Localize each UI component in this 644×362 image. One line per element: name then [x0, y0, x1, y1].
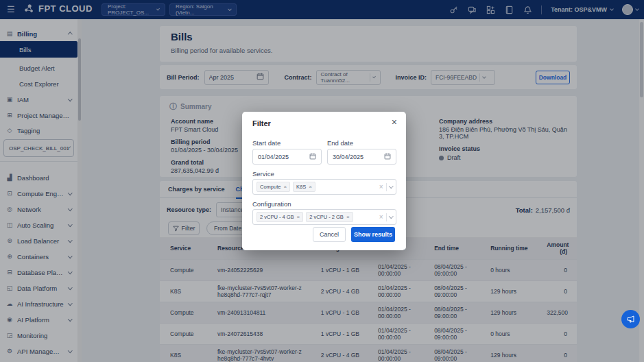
configuration-multiselect[interactable]: 2 vCPU - 4 GB × 2 vCPU - 2 GB × ×: [252, 209, 396, 225]
service-multiselect[interactable]: Compute × K8S × ×: [252, 179, 396, 195]
close-icon[interactable]: ×: [392, 117, 397, 128]
service-label: Service: [252, 170, 274, 178]
app-screen: ☰ FPT CLOUD Project: PROJECT_OS... Regio…: [0, 0, 644, 362]
service-tag: Compute ×: [257, 182, 290, 192]
remove-tag-icon[interactable]: ×: [297, 214, 300, 220]
remove-tag-icon[interactable]: ×: [346, 214, 350, 220]
cancel-button[interactable]: Cancel: [313, 227, 346, 242]
calendar-icon[interactable]: [309, 153, 316, 161]
modal-title: Filter: [252, 119, 271, 128]
end-date-label: End date: [327, 139, 353, 147]
megaphone-icon: [626, 315, 635, 324]
remove-tag-icon[interactable]: ×: [283, 184, 287, 190]
start-date-input[interactable]: 01/04/2025: [252, 149, 322, 165]
select-divider: [386, 183, 387, 191]
end-date-input[interactable]: 30/04/2025: [327, 149, 396, 165]
chevron-down-icon: [389, 214, 393, 218]
tag-label: K8S: [296, 184, 306, 190]
configuration-label: Configuration: [252, 200, 291, 208]
tag-label: 2 vCPU - 2 GB: [309, 214, 344, 220]
remove-tag-icon[interactable]: ×: [309, 184, 312, 190]
start-date-label: Start date: [252, 139, 281, 147]
start-date-value: 01/04/2025: [258, 154, 306, 160]
chevron-down-icon: [389, 184, 393, 188]
clear-icon[interactable]: ×: [379, 183, 383, 191]
configuration-tag: 2 vCPU - 4 GB ×: [257, 212, 303, 222]
configuration-tag: 2 vCPU - 2 GB ×: [306, 212, 353, 222]
select-divider: [386, 213, 387, 221]
calendar-icon[interactable]: [384, 153, 391, 161]
tag-label: 2 vCPU - 4 GB: [260, 214, 294, 220]
show-results-button[interactable]: Show results: [351, 227, 395, 242]
announcement-fab[interactable]: [621, 310, 640, 328]
service-tag: K8S ×: [293, 182, 315, 192]
tag-label: Compute: [260, 184, 281, 190]
filter-modal: Filter × Start date End date 01/04/2025 …: [242, 112, 406, 250]
clear-icon[interactable]: ×: [379, 213, 383, 221]
end-date-value: 30/04/2025: [333, 154, 381, 160]
